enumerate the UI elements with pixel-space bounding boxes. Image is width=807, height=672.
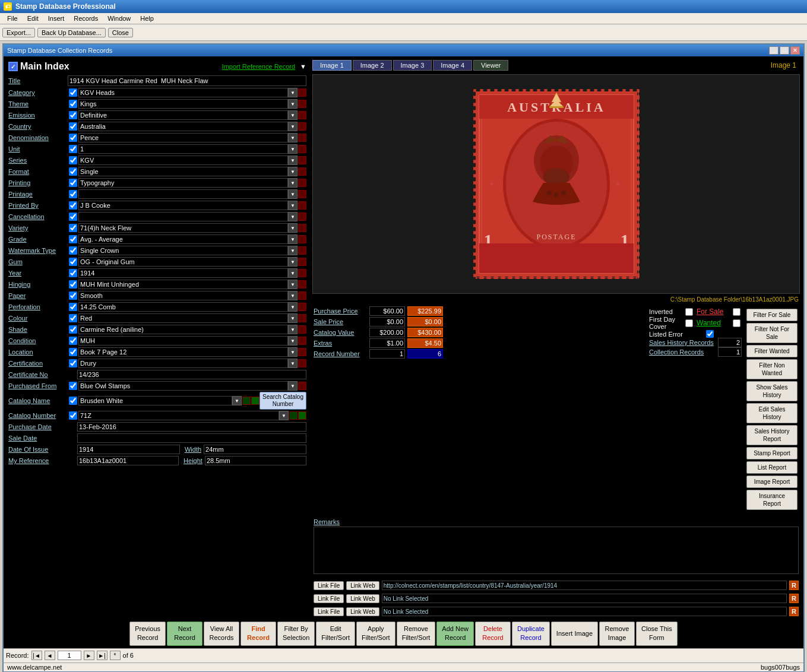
tab-image2[interactable]: Image 2 xyxy=(353,60,392,71)
menu-insert[interactable]: Insert xyxy=(43,14,69,23)
finance-orange-purchase[interactable] xyxy=(407,306,443,316)
win-close[interactable]: ✕ xyxy=(790,46,800,55)
rec-btn-first[interactable]: |◄ xyxy=(31,651,42,660)
field-check-denomination[interactable] xyxy=(69,134,77,142)
import-ref-dropdown[interactable]: ▼ xyxy=(300,63,306,70)
toolbar-backup[interactable]: Back Up Database... xyxy=(37,28,106,37)
field-dropdown-unit[interactable]: ▼ xyxy=(288,144,298,154)
check-first-day[interactable] xyxy=(685,319,693,327)
field-label-purchased-from[interactable]: Purchased From xyxy=(8,382,68,389)
btn-filter-wanted[interactable]: Filter Wanted xyxy=(746,345,797,357)
field-dropdown-watermark[interactable]: ▼ xyxy=(288,246,298,255)
field-value-height[interactable] xyxy=(205,456,306,465)
btn-filter-not-for-sale[interactable]: Filter Not For Sale xyxy=(746,323,797,343)
finance-orange-sale[interactable] xyxy=(407,317,443,327)
field-label-year[interactable]: Year xyxy=(8,270,68,277)
field-value-emission[interactable] xyxy=(78,110,288,120)
link-file-btn-1[interactable]: Link File xyxy=(314,581,344,590)
field-dropdown-year[interactable]: ▼ xyxy=(288,268,298,278)
btn-sales-report[interactable]: Sales History Report xyxy=(746,425,797,445)
field-label-hinging[interactable]: Hinging xyxy=(8,281,68,288)
field-label-variety[interactable]: Variety xyxy=(8,224,68,232)
rec-btn-new[interactable]: * xyxy=(110,651,121,660)
field-dropdown-country[interactable]: ▼ xyxy=(288,122,298,131)
field-check-paper[interactable] xyxy=(69,291,77,300)
field-check-series[interactable] xyxy=(69,156,77,164)
btn-delete-record[interactable]: DeleteRecord xyxy=(475,622,511,646)
field-dropdown-paper[interactable]: ▼ xyxy=(288,291,298,300)
field-label-printed-by[interactable]: Printed By xyxy=(8,202,68,209)
field-dropdown-printed-by[interactable]: ▼ xyxy=(288,201,298,210)
field-label-category[interactable]: Category xyxy=(8,89,68,96)
field-value-theme[interactable] xyxy=(78,99,288,109)
field-label-shade[interactable]: Shade xyxy=(8,326,68,333)
field-value-unit[interactable] xyxy=(78,144,288,154)
btn-add-new-record[interactable]: Add NewRecord xyxy=(436,622,474,646)
field-dropdown-grade[interactable]: ▼ xyxy=(288,234,298,244)
field-value-catalog-name[interactable] xyxy=(78,396,232,405)
field-check-watermark[interactable] xyxy=(69,246,77,255)
field-dropdown-variety[interactable]: ▼ xyxy=(288,223,298,233)
field-check-hinging[interactable] xyxy=(69,280,77,289)
field-label-height[interactable]: Height xyxy=(183,457,202,464)
field-check-catalog-number[interactable] xyxy=(69,411,77,420)
field-value-location[interactable] xyxy=(78,347,288,357)
field-value-catalog-number[interactable] xyxy=(78,411,279,420)
field-value-date-issue[interactable] xyxy=(77,445,180,454)
field-check-emission[interactable] xyxy=(69,111,77,119)
field-label-series[interactable]: Series xyxy=(8,157,68,164)
field-value-purchased-from[interactable] xyxy=(78,381,288,391)
rec-btn-next[interactable]: ► xyxy=(84,651,94,660)
tab-image3[interactable]: Image 3 xyxy=(393,60,432,71)
field-dropdown-hinging[interactable]: ▼ xyxy=(288,280,298,289)
link-web-btn-3[interactable]: Link Web xyxy=(346,607,379,616)
btn-filter-non-wanted[interactable]: Filter Non Wanted xyxy=(746,359,797,379)
field-value-purchase-date[interactable] xyxy=(77,422,306,432)
field-dropdown-gum[interactable]: ▼ xyxy=(288,257,298,267)
link-web-btn-2[interactable]: Link Web xyxy=(346,594,379,603)
field-check-colour[interactable] xyxy=(69,314,77,322)
menu-file[interactable]: File xyxy=(2,14,23,23)
field-label-denomination[interactable]: Denomination xyxy=(8,134,68,141)
field-dropdown-certification[interactable]: ▼ xyxy=(288,359,298,368)
finance-label-extras[interactable]: Extras xyxy=(314,340,367,347)
btn-insurance-report[interactable]: Insurance Report xyxy=(746,490,797,510)
field-dropdown-series[interactable]: ▼ xyxy=(288,156,298,165)
field-label-catalog-number[interactable]: Catalog Number xyxy=(8,412,68,419)
field-label-printing[interactable]: Printing xyxy=(8,179,68,186)
field-check-unit[interactable] xyxy=(69,145,77,153)
field-label-perforation[interactable]: Perforation xyxy=(8,303,68,310)
field-check-gum[interactable] xyxy=(69,258,77,266)
finance-orange-catalog[interactable] xyxy=(407,328,443,337)
check-wanted[interactable] xyxy=(733,319,740,327)
rec-btn-last[interactable]: ►| xyxy=(97,651,107,660)
btn-image-report[interactable]: Image Report xyxy=(746,476,797,488)
field-dropdown-catalog-name[interactable]: ▼ xyxy=(232,396,242,405)
finance-label-record[interactable]: Record Number xyxy=(314,350,367,357)
btn-filter-by-selection[interactable]: Filter BySelection xyxy=(277,622,315,646)
field-value-shade[interactable] xyxy=(78,325,288,334)
field-check-shade[interactable] xyxy=(69,325,77,334)
link-r-btn-3[interactable]: R xyxy=(789,607,799,616)
field-label-emission[interactable]: Emission xyxy=(8,112,68,119)
btn-insert-image[interactable]: Insert Image xyxy=(551,622,598,646)
field-label-country[interactable]: Country xyxy=(8,123,68,130)
btn-stamp-report[interactable]: Stamp Report xyxy=(746,447,797,459)
link-value-3[interactable] xyxy=(382,607,787,616)
btn-duplicate-record[interactable]: DuplicateRecord xyxy=(512,622,550,646)
rec-current[interactable] xyxy=(58,651,81,660)
field-label-date-issue[interactable]: Date Of Issue xyxy=(8,446,68,453)
field-label-colour[interactable]: Colour xyxy=(8,315,68,322)
btn-filter-for-sale[interactable]: Filter For Sale xyxy=(746,309,797,321)
btn-edit-filter-sort[interactable]: EditFilter/Sort xyxy=(316,622,355,646)
field-check-catalog-name[interactable] xyxy=(69,397,77,405)
field-value-condition[interactable] xyxy=(78,336,288,345)
title-input[interactable] xyxy=(68,75,306,86)
field-value-printed-by[interactable] xyxy=(78,201,288,210)
field-check-theme[interactable] xyxy=(69,100,77,108)
field-check-format[interactable] xyxy=(69,167,77,176)
field-dropdown-cancellation[interactable]: ▼ xyxy=(288,212,298,221)
field-label-grade[interactable]: Grade xyxy=(8,236,68,243)
link-r-btn-2[interactable]: R xyxy=(789,594,799,603)
field-value-perforation[interactable] xyxy=(78,302,288,312)
